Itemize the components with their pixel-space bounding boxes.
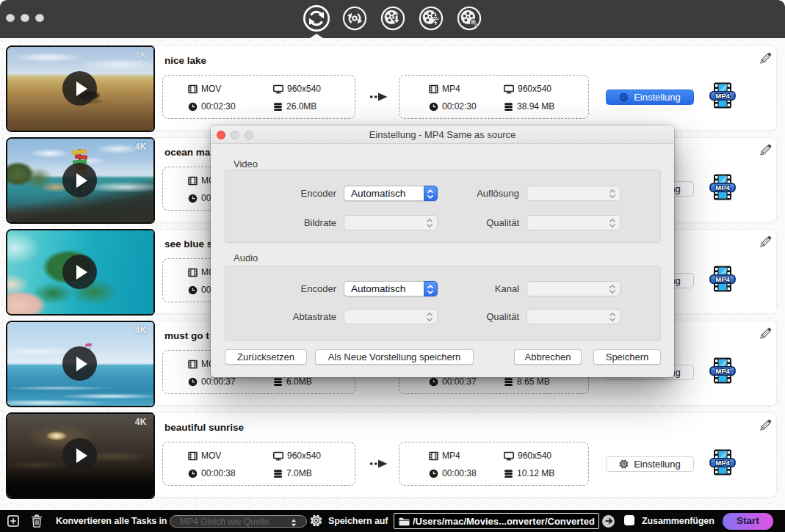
output-path-value: /Users/mac/Movies...onverter/Converted: [413, 516, 595, 527]
converter-tab-icon[interactable]: [302, 4, 331, 33]
output-size: 38.94 MB: [504, 101, 554, 112]
video-thumbnail[interactable]: 4K: [6, 45, 155, 132]
cancel-button[interactable]: Abbrechen: [514, 349, 582, 365]
rename-pencil-icon[interactable]: [759, 419, 772, 432]
mp4-format-icon[interactable]: MP4: [709, 81, 737, 109]
play-icon: [76, 265, 87, 280]
monitor-icon: [504, 84, 514, 94]
source-info-box: MOV960x54000:00:387.0MB: [162, 442, 355, 486]
4k-badge: 4K: [135, 50, 147, 60]
4k-badge: 4K: [135, 417, 147, 427]
downloader-tab-icon[interactable]: [379, 4, 406, 32]
chevron-up-down-icon: [608, 189, 617, 199]
chevron-up-down-icon: [608, 218, 617, 228]
video-thumbnail[interactable]: [6, 229, 155, 316]
storage-icon: [273, 377, 283, 387]
dropdown-value: Automatisch: [351, 188, 405, 199]
zoom-window-button[interactable]: [35, 14, 44, 23]
video-title: beautiful sunrise: [164, 422, 244, 433]
audio-field-label: Abtastrate: [225, 311, 336, 323]
svg-text:MP4: MP4: [715, 275, 730, 283]
video-field-label: Auflösung: [431, 188, 519, 200]
minimize-window-button[interactable]: [21, 14, 29, 23]
clock-icon: [429, 469, 438, 478]
output-format: MP4: [429, 84, 460, 94]
format-settings-gear-icon[interactable]: [310, 514, 322, 527]
mp4-format-icon[interactable]: MP4: [709, 448, 737, 476]
play-button[interactable]: [62, 346, 97, 381]
monitor-icon: [273, 84, 283, 94]
video-title: must go t: [164, 330, 209, 341]
title-bar: [0, 0, 785, 38]
merge-checkbox[interactable]: [624, 515, 634, 525]
start-button[interactable]: Start: [723, 513, 773, 530]
play-button[interactable]: [62, 438, 97, 473]
reset-button[interactable]: Zurücksetzen: [225, 349, 307, 365]
toolbox-tab-icon[interactable]: [455, 4, 482, 32]
clock-icon: [188, 102, 198, 112]
source-size: 6.0MB: [273, 376, 312, 387]
video-thumbnail[interactable]: 4K: [6, 137, 155, 224]
monitor-icon: [273, 451, 283, 461]
save-as-new-preset-button[interactable]: Als Neue Vorstellung speichern: [315, 349, 474, 365]
play-icon: [76, 448, 87, 463]
task-row: 4Kbeautiful sunriseMOV960x54000:00:387.0…: [6, 412, 777, 498]
output-format: MP4: [429, 451, 460, 461]
storage-icon: [504, 377, 513, 387]
4k-badge: 4K: [135, 142, 147, 152]
output-size: 8.65 MB: [504, 376, 550, 387]
mp4-format-icon[interactable]: MP4: [709, 357, 737, 385]
open-folder-button[interactable]: [602, 515, 615, 528]
film-icon: [188, 84, 198, 94]
save-button[interactable]: Speichern: [593, 349, 661, 365]
rename-pencil-icon[interactable]: [759, 52, 772, 65]
audio-settings-panel: EncoderAutomatischKanalAbtastrateQualitä…: [225, 266, 661, 341]
video-dropdown[interactable]: Automatisch: [344, 186, 438, 201]
merger-tab-icon[interactable]: [417, 4, 444, 32]
play-button[interactable]: [62, 163, 97, 197]
ripper-tab-icon[interactable]: [341, 4, 368, 32]
play-icon: [76, 357, 87, 371]
video-title: ocean ma: [164, 147, 210, 158]
rename-pencil-icon[interactable]: [759, 236, 772, 249]
play-button[interactable]: [62, 255, 97, 289]
4k-badge: 4K: [135, 325, 147, 335]
output-duration: 00:00:38: [429, 468, 477, 478]
video-dropdown-disabled: [527, 215, 621, 230]
mp4-format-icon[interactable]: MP4: [709, 173, 737, 201]
close-window-button[interactable]: [6, 14, 15, 23]
svg-text:MP4: MP4: [715, 92, 730, 100]
mp4-format-icon[interactable]: MP4: [709, 265, 737, 293]
video-field-label: Qualität: [431, 217, 519, 229]
convert-arrow-icon: [369, 92, 388, 102]
settings-button[interactable]: Einstellung: [606, 456, 694, 472]
video-section-label: Video: [234, 158, 258, 170]
output-format-select[interactable]: MP4 Gleich wie Quelle: [170, 515, 307, 528]
settings-button[interactable]: Einstellung: [606, 90, 694, 105]
storage-icon: [273, 102, 283, 112]
rename-pencil-icon[interactable]: [759, 327, 772, 340]
output-size: 10.12 MB: [504, 468, 554, 478]
video-thumbnail[interactable]: 4K: [6, 412, 155, 499]
add-file-button[interactable]: [7, 515, 19, 527]
dialog-title: Einstellung - MP4 Same as source: [211, 129, 674, 140]
video-title: see blue s: [164, 238, 212, 249]
delete-all-button[interactable]: [31, 514, 43, 528]
video-thumbnail[interactable]: 4K: [6, 321, 155, 407]
source-format: MOV: [188, 84, 221, 94]
play-icon: [76, 81, 87, 96]
play-icon: [76, 173, 87, 188]
source-duration: 00:00:38: [188, 468, 236, 478]
merge-label: Zusammenfügen: [642, 510, 715, 532]
output-resolution: 960x540: [504, 451, 551, 461]
play-button[interactable]: [62, 71, 97, 106]
rename-pencil-icon[interactable]: [759, 144, 772, 157]
audio-field-label: Encoder: [225, 283, 336, 295]
source-size: 7.0MB: [273, 468, 312, 478]
gear-icon: [619, 459, 629, 469]
video-dropdown-disabled: [344, 215, 438, 230]
audio-dropdown-disabled: [527, 309, 621, 324]
output-path-field[interactable]: /Users/mac/Movies...onverter/Converted: [394, 513, 599, 529]
storage-icon: [504, 102, 513, 112]
audio-dropdown[interactable]: Automatisch: [344, 281, 438, 296]
